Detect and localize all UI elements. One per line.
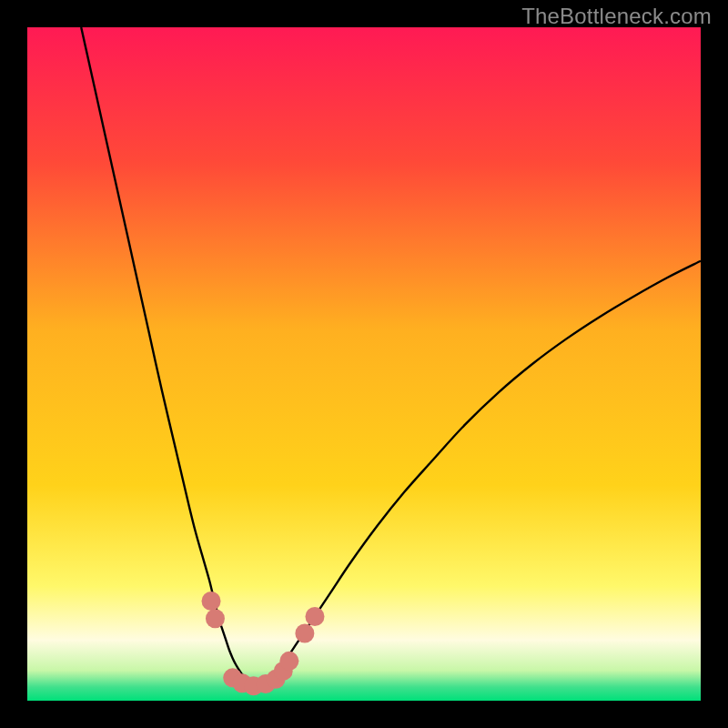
chart-container: { "watermark": "TheBottleneck.com", "col… bbox=[0, 0, 728, 728]
data-marker bbox=[295, 624, 314, 643]
data-marker bbox=[206, 609, 225, 628]
chart-svg bbox=[27, 27, 701, 701]
data-marker bbox=[202, 592, 221, 611]
data-marker bbox=[279, 652, 298, 671]
plot-area bbox=[27, 27, 701, 701]
gradient-background bbox=[27, 27, 701, 701]
data-marker bbox=[305, 607, 324, 626]
watermark-text: TheBottleneck.com bbox=[521, 4, 712, 29]
